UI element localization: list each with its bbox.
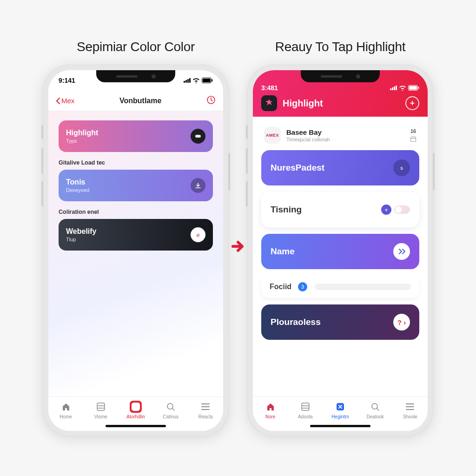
card-title: Plouraoless <box>271 317 321 327</box>
content-left[interactable]: Highlight Typs Gitalive Load tec Tonis D… <box>48 111 223 397</box>
status-bar: 3:481 <box>261 80 419 95</box>
card-name[interactable]: Name <box>261 234 419 269</box>
svg-rect-10 <box>418 87 419 89</box>
svg-rect-11 <box>411 137 416 142</box>
right-column: Reauy To Tap Highlight 3:481 <box>247 40 433 436</box>
avatar: AMEX <box>264 127 281 144</box>
nav-bar: Mex Vonbutlame <box>48 91 223 111</box>
tab-adoota[interactable]: Adoota <box>292 401 319 419</box>
tab-label: Adoota <box>298 414 313 419</box>
grid-icon <box>95 401 107 413</box>
card-plouraoless[interactable]: Plouraoless ? › <box>261 304 419 340</box>
wifi-icon <box>192 78 200 83</box>
content-right[interactable]: AMEX Basee Bay Timespcial collorah 16 Nu… <box>253 117 428 397</box>
mute-switch <box>246 125 248 139</box>
tab-viome[interactable]: Viome <box>87 401 114 419</box>
svg-rect-2 <box>212 79 213 82</box>
card-webelify[interactable]: Webelify Tlup e <box>59 219 213 251</box>
card-action[interactable] <box>393 243 410 260</box>
left-column: Sepimiar Color Color 9:141 <box>43 40 229 436</box>
tab-deatook[interactable]: Deatook <box>362 401 389 419</box>
tab-label: Reacts <box>198 414 213 419</box>
card-title: NuresPadest <box>271 163 324 173</box>
download-icon <box>195 182 201 189</box>
card-badge[interactable]: s <box>393 159 410 176</box>
tab-hegintm[interactable]: Hegintm <box>327 401 354 419</box>
status-time: 9:141 <box>59 77 75 84</box>
row-title: Basee Bay <box>286 128 330 136</box>
home-indicator[interactable] <box>310 425 370 427</box>
close-icon <box>334 401 346 413</box>
tab-label: Shoole <box>403 414 417 419</box>
card-title: Tisning <box>271 205 302 215</box>
tab-label: Nore <box>265 414 276 419</box>
home-indicator[interactable] <box>106 425 166 427</box>
screen-right: 3:481 Highlight <box>253 70 428 431</box>
tab-reacts[interactable]: Reacts <box>192 401 219 419</box>
card-title: Fociid <box>270 283 291 291</box>
mute-switch <box>41 125 43 139</box>
card-title: Highlight <box>66 129 98 137</box>
svg-rect-1 <box>203 79 211 82</box>
status-time: 3:481 <box>261 84 278 92</box>
tab-label: Deatook <box>367 414 384 419</box>
svg-rect-4 <box>195 135 201 138</box>
tab-label: Hegintm <box>331 414 349 419</box>
battery-icon <box>408 85 419 91</box>
home-icon <box>60 401 72 413</box>
volume-down <box>41 181 43 206</box>
search-icon <box>369 401 381 413</box>
power-button <box>433 153 435 190</box>
tab-shoole[interactable]: Shoole <box>397 401 423 419</box>
refresh-icon <box>206 95 216 105</box>
toggle[interactable]: + <box>381 205 410 215</box>
card-title: Tonis <box>66 178 89 186</box>
card-icon[interactable]: e <box>191 227 205 242</box>
wifi-icon <box>399 85 406 91</box>
battery-icon <box>202 78 213 83</box>
card-sub: Deneyoed <box>66 187 89 193</box>
menu-icon <box>199 401 212 413</box>
section-label: Coliration enel <box>59 209 213 215</box>
notch <box>301 70 380 82</box>
home-icon <box>264 401 277 413</box>
list-row-basee[interactable]: AMEX Basee Bay Timespcial collorah 16 <box>261 123 419 150</box>
card-highlight[interactable]: Highlight Typs <box>59 120 213 152</box>
tab-label: Catinus <box>163 414 178 419</box>
card-tisning[interactable]: Tisning + <box>261 192 419 227</box>
tab-nore[interactable]: Nore <box>257 401 284 419</box>
tab-atorhdlin[interactable]: Atorhdlin <box>122 401 149 419</box>
svg-rect-5 <box>97 403 105 410</box>
back-button[interactable]: Mex <box>56 97 74 105</box>
tab-catinus[interactable]: Catinus <box>157 401 184 419</box>
card-action[interactable]: ? › <box>393 314 410 331</box>
nav-action-button[interactable] <box>206 95 216 106</box>
signal-icon <box>390 86 397 90</box>
switch[interactable] <box>394 205 410 214</box>
chevron-right-icon <box>397 248 406 255</box>
card-nurespadest[interactable]: NuresPadest s <box>261 150 419 185</box>
svg-rect-6 <box>132 403 140 411</box>
card-icon[interactable] <box>191 178 205 193</box>
power-button <box>228 153 230 190</box>
progress-bar <box>315 284 411 290</box>
volume-down <box>246 181 248 206</box>
card-sub: Tlup <box>66 237 97 242</box>
card-icon[interactable] <box>191 129 205 144</box>
tag-icon <box>195 134 201 139</box>
tab-home[interactable]: Home <box>53 401 79 419</box>
card-fociid[interactable]: Fociid 3 <box>261 276 419 298</box>
volume-up <box>246 148 248 174</box>
card-tonis[interactable]: Tonis Deneyoed <box>59 170 213 201</box>
svg-rect-9 <box>409 86 417 90</box>
right-title: Reauy To Tap Highlight <box>275 40 405 54</box>
nav-title: Vonbutlame <box>119 97 161 105</box>
add-button[interactable]: + <box>405 96 419 110</box>
card-title: Name <box>271 246 295 257</box>
back-label: Mex <box>61 97 74 105</box>
app-logo[interactable] <box>261 95 277 111</box>
svg-rect-12 <box>302 403 309 410</box>
search-icon <box>165 401 177 413</box>
card-title: Webelify <box>66 227 97 236</box>
grid-icon <box>299 401 311 413</box>
